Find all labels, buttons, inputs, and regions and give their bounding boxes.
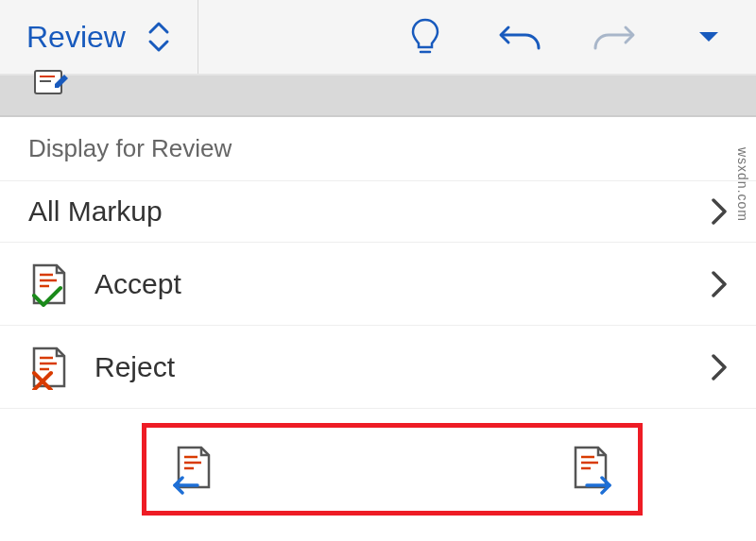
reject-label: Reject: [94, 351, 686, 383]
chevron-right-icon: [711, 197, 728, 226]
dropdown-triangle-icon: [697, 30, 720, 43]
next-change-button[interactable]: [568, 444, 613, 495]
lightbulb-button[interactable]: [378, 0, 472, 74]
chevron-right-icon: [711, 353, 728, 381]
markup-mode-row[interactable]: All Markup: [0, 180, 756, 243]
reject-row[interactable]: Reject: [0, 326, 756, 409]
ribbon-tab-selector[interactable]: Review: [0, 0, 198, 74]
highlight-box: [142, 423, 643, 516]
updown-icon: [146, 19, 171, 55]
lightbulb-icon: [408, 16, 442, 58]
accept-label: Accept: [94, 268, 686, 300]
more-button[interactable]: [662, 0, 756, 74]
undo-icon: [497, 18, 542, 56]
accept-row[interactable]: Accept: [0, 243, 756, 326]
redo-icon: [592, 18, 637, 56]
previous-change-button[interactable]: [171, 444, 216, 495]
chevron-right-icon: [711, 270, 728, 298]
accept-icon: [28, 262, 70, 307]
redo-button[interactable]: [567, 0, 662, 74]
watermark: wsxdn.com: [735, 147, 750, 222]
markup-mode-label: All Markup: [28, 195, 686, 228]
undo-button[interactable]: [472, 0, 567, 74]
ribbon-tab-label: Review: [26, 20, 126, 55]
track-changes-icon: [32, 65, 70, 99]
reject-icon: [28, 345, 70, 390]
display-for-review-header: Display for Review: [0, 117, 756, 180]
track-changes-row[interactable]: [0, 76, 756, 117]
toolbar: Review: [0, 0, 756, 76]
